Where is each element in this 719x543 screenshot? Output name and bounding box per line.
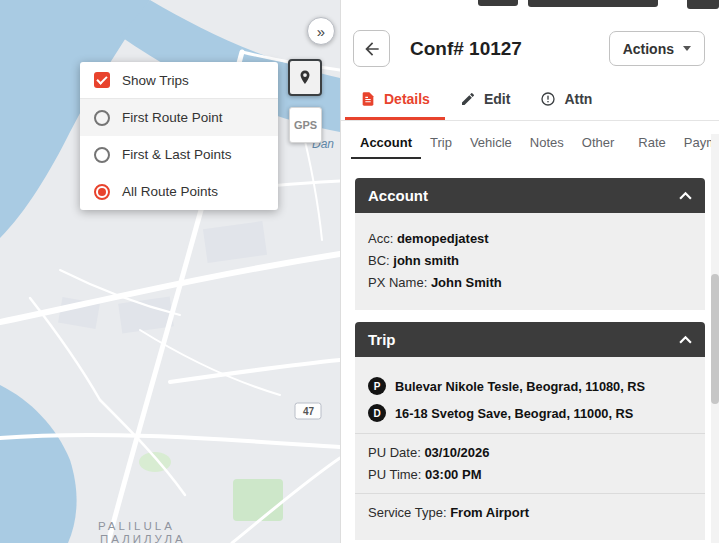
pu-date-field: PU Date: 03/10/2026 [368,445,692,460]
section-title: Account [368,187,428,204]
field-label: PX Name: [368,275,427,290]
option-first-route-point[interactable]: First Route Point [80,99,278,136]
document-icon [360,91,376,107]
field-value: demopedjatest [397,231,489,246]
district-label-latin: PALILULA [98,520,175,532]
panel-header: Conf# 10127 Actions [341,0,719,73]
option-first-last-points[interactable]: First & Last Points [80,136,278,173]
road-badge-label: 47 [303,406,315,417]
tab-attn[interactable]: Attn [525,81,607,120]
chevron-up-icon [679,335,692,344]
trip-section: Trip P Bulevar Nikole Tesle, Beograd, 11… [355,322,705,540]
field-value: From Airport [450,505,529,520]
chevrons-right-icon: » [317,23,325,40]
show-trips-option[interactable]: Show Trips [80,62,278,99]
dropoff-address: 16-18 Svetog Save, Beograd, 11000, RS [395,406,633,421]
field-value: john smith [393,253,459,268]
alert-icon [540,91,556,107]
scrollbar-track[interactable] [711,134,719,543]
top-edge-artifact [687,0,719,9]
back-button[interactable] [353,30,390,67]
tab-label: Details [384,91,430,107]
collapse-map-button[interactable]: » [307,17,335,45]
radio-selected-icon[interactable] [94,184,110,200]
tab-details[interactable]: Details [345,81,445,120]
chevron-up-icon [679,191,692,200]
map-trips-options-popup: Show Trips First Route Point First & Las… [80,62,278,210]
top-edge-artifact [528,0,658,7]
divider [355,433,705,434]
dropoff-stop-row: D 16-18 Svetog Save, Beograd, 11000, RS [368,404,692,422]
account-field: Acc: demopedjatest [368,231,692,246]
trip-section-body: P Bulevar Nikole Tesle, Beograd, 11080, … [355,357,705,540]
option-label: First Route Point [122,110,223,125]
pu-time-field: PU Time: 03:00 PM [368,467,692,482]
tab-label: Edit [484,91,510,107]
district-label-cyrillic: ПАЛИЛУЛА [100,533,186,543]
checkbox-checked-icon[interactable] [94,72,110,88]
field-label: BC: [368,253,390,268]
field-value: John Smith [431,275,502,290]
chevron-down-icon [683,46,691,51]
top-edge-artifact [478,0,518,6]
account-section-body: Acc: demopedjatest BC: john smith PX Nam… [355,213,705,310]
account-section-header[interactable]: Account [355,178,705,213]
section-title: Trip [368,331,396,348]
actions-button-label: Actions [623,41,674,57]
field-label: Acc: [368,231,393,246]
main-tabs: Details Edit Attn [341,81,719,121]
field-label: Service Type: [368,505,447,520]
actions-button[interactable]: Actions [609,31,705,66]
pickup-address: Bulevar Nikole Tesle, Beograd, 11080, RS [395,379,645,394]
radio-unselected-icon[interactable] [94,110,110,126]
field-value: 03/10/2026 [424,445,489,460]
show-trips-label: Show Trips [122,73,189,88]
page-title: Conf# 10127 [410,38,522,60]
reservation-detail-panel: Conf# 10127 Actions Details Edit [340,0,719,543]
field-label: PU Date: [368,445,421,460]
subtab-vehicle[interactable]: Vehicle [461,126,521,159]
subtab-account[interactable]: Account [351,126,421,159]
field-label: PU Time: [368,467,421,482]
map-panel[interactable]: 47 Dan PALILULA ПАЛИЛУЛА » GPS Show Trip… [0,0,340,543]
pencil-icon [460,91,476,107]
subtab-rate[interactable]: Rate [629,126,674,159]
park-area [233,479,283,521]
option-all-route-points[interactable]: All Route Points [80,173,278,210]
gps-button[interactable]: GPS [289,107,322,143]
detail-content: Account Acc: demopedjatest BC: john smit… [341,160,719,540]
app-root: 47 Dan PALILULA ПАЛИЛУЛА » GPS Show Trip… [0,0,719,543]
radio-unselected-icon[interactable] [94,147,110,163]
subtab-trip[interactable]: Trip [421,126,461,159]
tab-edit[interactable]: Edit [445,81,525,120]
field-value: 03:00 PM [425,467,481,482]
subtab-notes[interactable]: Notes [521,126,573,159]
map-marker-tool-button[interactable] [288,59,322,96]
pickup-marker-icon: P [368,377,386,395]
account-field: PX Name: John Smith [368,275,692,290]
pickup-stop-row: P Bulevar Nikole Tesle, Beograd, 11080, … [368,377,692,395]
tab-label: Attn [564,91,592,107]
subtab-other[interactable]: Other [573,126,624,159]
scrollbar-thumb[interactable] [711,274,719,404]
service-type-field: Service Type: From Airport [368,505,692,520]
dropoff-marker-icon: D [368,404,386,422]
account-section: Account Acc: demopedjatest BC: john smit… [355,178,705,310]
divider [355,493,705,494]
map-pin-icon [296,68,314,88]
trip-section-header[interactable]: Trip [355,322,705,357]
account-field: BC: john smith [368,253,692,268]
arrow-left-icon [362,39,382,59]
sub-tabs: Account Trip Vehicle Notes Other Rate Pa… [341,124,719,160]
option-label: First & Last Points [122,147,232,162]
option-label: All Route Points [122,184,218,199]
